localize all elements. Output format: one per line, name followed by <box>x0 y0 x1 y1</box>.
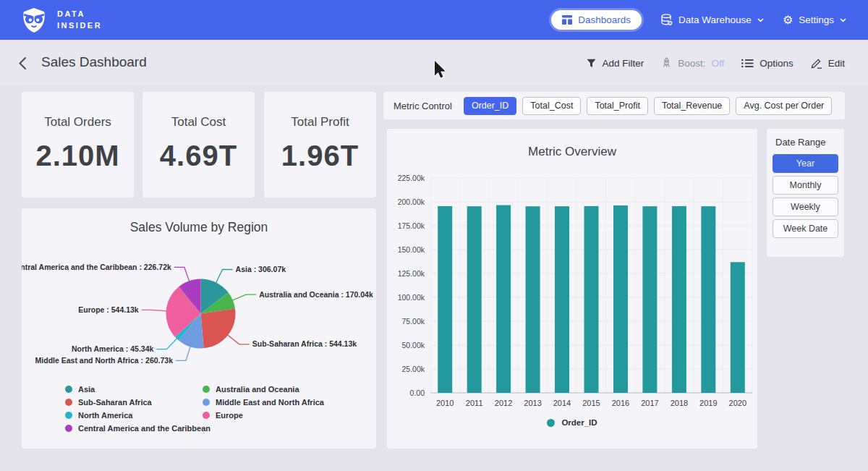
pie-legend-item-australia-and-oceania[interactable]: Australia and Oceania <box>203 385 324 394</box>
bar-2015[interactable] <box>584 206 599 393</box>
metric-overview-chart-card: Metric Overview 0.0025.00k50.00k75.00k10… <box>387 129 757 449</box>
pie-label: North America : 45.34k <box>72 344 154 353</box>
gear-icon: ⚙ <box>783 14 793 26</box>
brand-logo[interactable]: DATA INSIDER <box>20 7 102 34</box>
date-range-label: Date Range <box>775 137 844 148</box>
metric-chip-group: Order_IDTotal_CostTotal_ProfitTotal_Reve… <box>464 97 832 115</box>
legend-dot <box>65 425 72 432</box>
boost-toggle[interactable]: Boost: Off <box>661 57 724 69</box>
filter-funnel-icon <box>587 59 596 68</box>
pie-legend-item-central-america-and-the-caribbean[interactable]: Central America and the Caribbean <box>65 424 210 433</box>
y-axis-tick: 150.00k <box>398 245 425 254</box>
bar-2012[interactable] <box>496 205 511 394</box>
data-warehouse-menu[interactable]: Data Warehouse <box>660 14 764 26</box>
legend-dot <box>65 399 72 406</box>
kpi-value: 2.10M <box>22 140 134 172</box>
pie-legend-column-2: Australia and OceaniaMiddle East and Nor… <box>203 385 324 420</box>
pie-label: Middle East and North Africa : 260.73k <box>35 356 174 365</box>
legend-dot <box>65 412 72 419</box>
legend-label: Europe <box>216 411 243 420</box>
top-navigation-bar: DATA INSIDER Dashboards <box>0 0 868 40</box>
metric-chip-total-revenue[interactable]: Total_Revenue <box>654 97 730 115</box>
x-axis-tick: 2015 <box>582 399 600 407</box>
dashboards-grid-icon <box>562 15 572 25</box>
toolbar-actions: Add Filter Boost: Off Options <box>587 40 845 86</box>
date-range-year[interactable]: Year <box>773 154 838 173</box>
pencil-icon <box>811 57 822 69</box>
date-range-monthly[interactable]: Monthly <box>773 176 838 195</box>
x-axis-tick: 2010 <box>436 399 454 407</box>
bar-2011[interactable] <box>467 206 482 393</box>
dashboards-button[interactable]: Dashboards <box>551 10 642 30</box>
pie-slice-sub-saharan-africa[interactable] <box>201 309 236 349</box>
page-title: Sales Dashboard <box>41 54 147 70</box>
bar-2020[interactable] <box>731 262 745 393</box>
pie-legend-item-sub-saharan-africa[interactable]: Sub-Saharan Africa <box>65 398 210 407</box>
metric-chip-order-id[interactable]: Order_ID <box>464 97 516 115</box>
kpi-card-total-profit: Total Profit 1.96T <box>264 92 376 198</box>
y-axis-tick: 50.00k <box>401 341 425 349</box>
pie-legend-item-middle-east-and-north-africa[interactable]: Middle East and North Africa <box>203 398 324 407</box>
date-range-panel: Date Range YearMonthlyWeeklyWeek Date <box>767 129 844 257</box>
x-axis-tick: 2011 <box>466 399 483 407</box>
settings-menu[interactable]: ⚙ Settings <box>783 14 846 26</box>
data-warehouse-label: Data Warehouse <box>678 14 752 25</box>
y-axis-tick: 100.00k <box>398 293 425 302</box>
pie-label: Australia and Oceania : 170.04k <box>259 290 373 299</box>
y-axis-tick: 225.00k <box>398 174 425 182</box>
add-filter-button[interactable]: Add Filter <box>587 58 644 69</box>
metric-chip-avg-cost-per-order[interactable]: Avg. Cost per Order <box>736 97 832 115</box>
x-axis-tick: 2017 <box>641 399 658 407</box>
brand-name: DATA INSIDER <box>57 9 102 32</box>
x-axis-tick: 2014 <box>553 399 571 407</box>
kpi-value: 4.69T <box>142 140 255 172</box>
kpi-label: Total Cost <box>142 115 255 130</box>
pie-legend-item-north-america[interactable]: North America <box>65 411 210 420</box>
metric-chip-total-cost[interactable]: Total_Cost <box>522 97 581 115</box>
dashboards-label: Dashboards <box>578 14 631 25</box>
chevron-down-icon <box>757 18 764 22</box>
bar-2016[interactable] <box>613 205 628 393</box>
legend-dot <box>203 386 210 393</box>
date-range-buttons: YearMonthlyWeeklyWeek Date <box>767 154 844 238</box>
bar-chart-svg: 0.0025.00k50.00k75.00k100.00k125.00k150.… <box>387 171 757 413</box>
bar-2019[interactable] <box>701 206 715 393</box>
database-icon <box>660 14 673 26</box>
x-axis-tick: 2019 <box>699 399 717 407</box>
kpi-label: Total Orders <box>22 115 134 130</box>
rocket-icon <box>661 57 672 69</box>
bar-2017[interactable] <box>642 206 657 393</box>
legend-label: Asia <box>78 385 95 394</box>
pie-legend-item-europe[interactable]: Europe <box>203 411 324 420</box>
legend-dot <box>203 399 210 406</box>
top-nav-items: Dashboards Data Warehouse ⚙ Settings <box>551 0 846 40</box>
kpi-card-total-orders: Total Orders 2.10M <box>22 92 134 198</box>
bar-2013[interactable] <box>526 206 540 393</box>
pie-legend-item-asia[interactable]: Asia <box>65 385 210 394</box>
x-axis-tick: 2016 <box>612 399 629 407</box>
metric-control-label: Metric Control <box>393 101 452 111</box>
legend-dot <box>203 412 210 419</box>
x-axis-tick: 2020 <box>729 399 746 407</box>
metric-chip-total-profit[interactable]: Total_Profit <box>587 97 648 115</box>
pie-label: Central America and the Caribbean : 226.… <box>22 263 171 271</box>
x-axis-tick: 2018 <box>671 399 688 407</box>
options-button[interactable]: Options <box>741 58 793 69</box>
y-axis-tick: 200.00k <box>398 198 425 206</box>
bar-2014[interactable] <box>555 206 569 393</box>
bar-2010[interactable] <box>438 206 452 393</box>
metric-control-bar: Metric Control Order_IDTotal_CostTotal_P… <box>383 92 845 119</box>
kpi-card-total-cost: Total Cost 4.69T <box>142 92 255 198</box>
sales-volume-chart-card: Sales Volume by Region Asia : 306.07kAus… <box>22 208 376 449</box>
sales-dashboard-app: { "header": { "brand": { "line1": "DATA"… <box>0 0 868 471</box>
date-range-weekly[interactable]: Weekly <box>773 198 838 216</box>
back-button[interactable] <box>19 57 26 69</box>
date-range-week-date[interactable]: Week Date <box>773 219 838 238</box>
x-axis-tick: 2012 <box>495 399 512 407</box>
pie-label: Sub-Saharan Africa : 544.13k <box>252 339 357 348</box>
legend-label: Sub-Saharan Africa <box>78 398 152 407</box>
bar-2018[interactable] <box>672 206 686 393</box>
edit-button[interactable]: Edit <box>811 57 845 69</box>
settings-label: Settings <box>799 14 834 25</box>
y-axis-tick: 175.00k <box>398 221 425 230</box>
